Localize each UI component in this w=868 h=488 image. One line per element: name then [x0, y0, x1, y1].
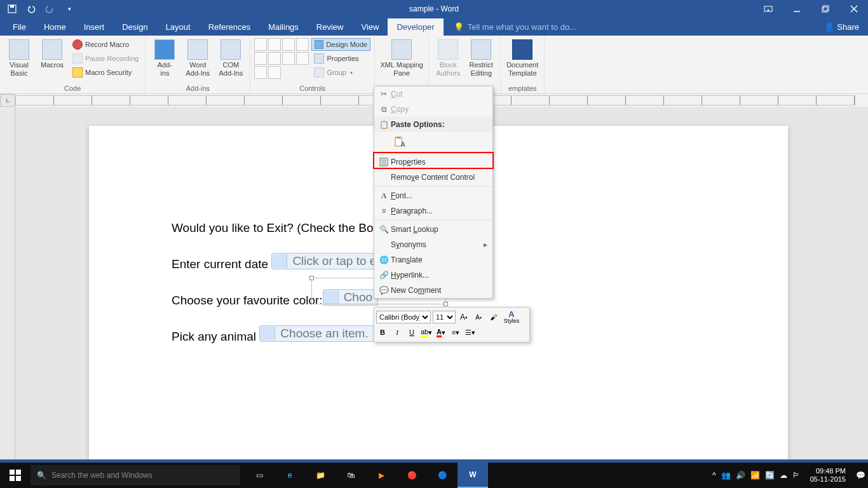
media-player-icon[interactable]: ▶ — [366, 463, 397, 488]
numbering-button[interactable]: ☰▾ — [464, 326, 477, 339]
tab-file[interactable]: File — [4, 18, 35, 36]
tab-home[interactable]: Home — [35, 18, 75, 36]
control-datepicker[interactable] — [296, 52, 309, 65]
ctx-remove-content-control[interactable]: Remove Content Control — [374, 170, 492, 185]
word-addins-label: Word Add-Ins — [186, 61, 210, 78]
maximize-button[interactable] — [811, 0, 839, 18]
record-label: Record Macro — [85, 41, 129, 48]
ctx-translate[interactable]: 🌐Translate — [374, 252, 492, 268]
properties-button[interactable]: Properties — [311, 52, 370, 65]
ctx-cut: ✂Cut — [374, 86, 492, 102]
task-view-icon[interactable]: ▭ — [244, 463, 275, 488]
tab-review[interactable]: Review — [308, 18, 353, 36]
word-addins-button[interactable]: Word Add-Ins — [182, 38, 213, 79]
mini-styles-button[interactable]: AStyles — [501, 311, 522, 323]
edge-icon[interactable]: e — [275, 463, 305, 488]
vertical-ruler[interactable] — [0, 107, 15, 459]
start-button[interactable] — [0, 463, 31, 488]
word-taskbar-icon[interactable]: W — [458, 463, 488, 488]
control-combobox[interactable] — [268, 52, 281, 65]
control-legacy[interactable] — [268, 66, 281, 79]
ctx-properties[interactable]: Properties — [374, 154, 492, 170]
tray-wifi-icon[interactable]: 📶 — [750, 471, 760, 480]
ctx-hyperlink[interactable]: 🔗Hyperlink... — [374, 268, 492, 283]
tell-me-search[interactable]: 💡 Tell me what you want to do... — [450, 18, 580, 36]
close-button[interactable] — [839, 0, 868, 18]
record-macro-button[interactable]: Record Macro — [70, 38, 141, 51]
bullets-button[interactable]: ≡▾ — [449, 326, 462, 339]
ctx-synonyms[interactable]: Synonyms▸ — [374, 237, 492, 252]
tab-layout[interactable]: Layout — [157, 18, 200, 36]
tray-chevron-icon[interactable]: ^ — [712, 471, 716, 480]
tray-sync-icon[interactable]: 🔄 — [765, 471, 775, 480]
tray-people-icon[interactable]: 👥 — [721, 471, 731, 480]
pause-icon — [72, 53, 83, 64]
taskbar-search[interactable]: 🔍Search the web and Windows — [31, 465, 240, 485]
group-button[interactable]: Group▾ — [311, 66, 370, 79]
macro-security-button[interactable]: Macro Security — [70, 66, 141, 79]
control-plaintext[interactable] — [268, 38, 281, 51]
notifications-icon[interactable]: 💬 — [856, 471, 865, 480]
controls-gallery[interactable] — [254, 38, 309, 79]
addins-button[interactable]: Add- ins — [149, 38, 180, 79]
italic-button[interactable]: I — [391, 326, 403, 339]
ribbon-options-icon[interactable] — [754, 0, 782, 18]
tray-volume-icon[interactable]: 🔊 — [736, 471, 745, 480]
grow-font-button[interactable]: A▴ — [458, 311, 470, 323]
template-icon — [512, 39, 532, 60]
shrink-font-button[interactable]: A▾ — [472, 311, 485, 323]
ctx-new-comment[interactable]: 💬New Comment — [374, 283, 492, 298]
taskbar-clock[interactable]: 09:48 PM 05-11-2015 — [805, 467, 851, 484]
chrome-icon-2[interactable]: 🔵 — [427, 463, 458, 488]
ctx-smart-lookup[interactable]: 🔍Smart Lookup — [374, 222, 492, 237]
cc-handle-icon[interactable] — [272, 254, 287, 268]
paste-keep-text-icon[interactable]: A — [392, 135, 407, 150]
underline-button[interactable]: U — [405, 326, 418, 339]
share-button[interactable]: 👤 Share — [815, 18, 868, 36]
ruler-corner[interactable]: L — [0, 94, 15, 107]
tab-insert[interactable]: Insert — [75, 18, 114, 36]
date-content-control[interactable]: Click or tap to e — [271, 253, 382, 269]
tab-developer[interactable]: Developer — [388, 18, 443, 36]
com-addins-button[interactable]: COM Add-Ins — [215, 38, 246, 79]
control-checkbox[interactable] — [254, 52, 267, 65]
tray-onedrive-icon[interactable]: ☁ — [780, 471, 787, 480]
design-mode-button[interactable]: Design Mode — [311, 38, 370, 51]
pause-recording-button[interactable]: Pause Recording — [70, 52, 141, 65]
undo-icon[interactable] — [25, 3, 37, 15]
ctx-paragraph[interactable]: ≡Paragraph... — [374, 203, 492, 219]
control-buildingblock[interactable] — [296, 38, 309, 51]
qat-customize-icon[interactable]: ▾ — [64, 3, 75, 15]
ctx-font[interactable]: AFont... — [374, 188, 492, 203]
control-dropdown[interactable] — [282, 52, 295, 65]
chrome-icon[interactable]: 🔴 — [397, 463, 427, 488]
tab-mailings[interactable]: Mailings — [259, 18, 308, 36]
document-template-button[interactable]: Document Template — [505, 38, 540, 79]
font-color-button[interactable]: A▾ — [435, 326, 447, 339]
cc-placeholder: Click or tap to e — [287, 254, 381, 269]
control-picture[interactable] — [282, 38, 295, 51]
minimize-button[interactable] — [782, 0, 811, 18]
animal-content-control[interactable]: Choose an item. — [259, 325, 374, 342]
restrict-editing-button[interactable]: Restrict Editing — [466, 38, 496, 79]
mini-font-select[interactable]: Calibri (Body) — [376, 311, 431, 323]
tab-references[interactable]: References — [200, 18, 259, 36]
tab-view[interactable]: View — [352, 18, 388, 36]
mini-size-select[interactable]: 11 — [433, 311, 456, 323]
save-icon[interactable] — [6, 3, 18, 15]
block-authors-button[interactable]: Block Authors — [433, 38, 463, 79]
highlight-button[interactable]: ab▾ — [420, 326, 433, 339]
bold-button[interactable]: B — [376, 326, 389, 339]
visual-basic-button[interactable]: Visual Basic — [4, 38, 34, 79]
tray-security-icon[interactable]: 🏳 — [792, 471, 800, 480]
store-icon[interactable]: 🛍 — [336, 463, 366, 488]
control-richtext[interactable] — [254, 38, 267, 51]
redo-icon[interactable] — [44, 3, 56, 15]
cc-handle-icon[interactable] — [260, 327, 275, 341]
control-repeating[interactable] — [254, 66, 267, 79]
macros-button[interactable]: Macros — [37, 38, 67, 71]
file-explorer-icon[interactable]: 📁 — [305, 463, 336, 488]
tab-design[interactable]: Design — [113, 18, 156, 36]
xml-mapping-button[interactable]: XML Mapping Pane — [379, 38, 424, 79]
format-painter-button[interactable]: 🖌 — [487, 311, 499, 323]
